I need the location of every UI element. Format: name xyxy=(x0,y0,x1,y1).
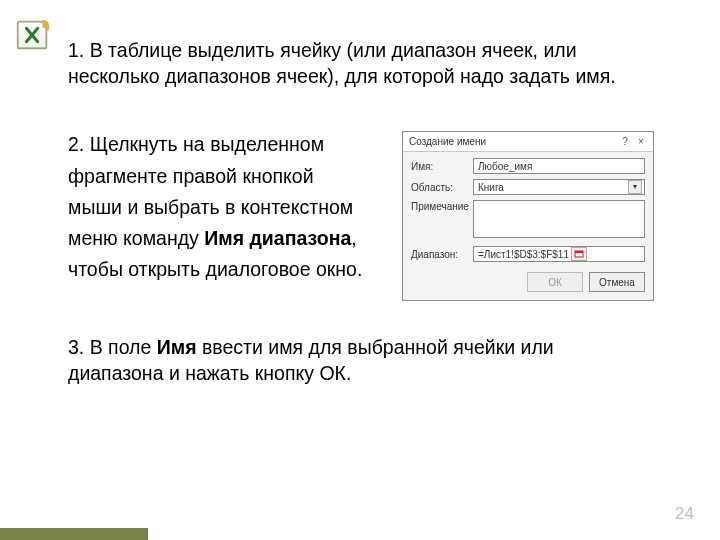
bold-field: Имя xyxy=(157,336,197,358)
step-1-text: 1. В таблице выделить ячейку (или диапаз… xyxy=(68,38,658,89)
page-number: 24 xyxy=(675,504,694,524)
comment-textarea[interactable] xyxy=(473,200,645,238)
text-column: 1. В таблице выделить ячейку (или диапаз… xyxy=(68,38,658,387)
ok-button[interactable]: ОК xyxy=(527,272,583,292)
close-icon[interactable]: × xyxy=(633,134,649,148)
dialog-footer: ОК Отмена xyxy=(403,266,653,300)
excel-icon xyxy=(14,16,52,54)
cancel-button[interactable]: Отмена xyxy=(589,272,645,292)
scope-value: Книга xyxy=(478,181,504,194)
dialog-title: Создание имени xyxy=(409,135,617,148)
range-ref-icon[interactable] xyxy=(571,247,587,261)
range-label: Диапазон: xyxy=(411,248,473,261)
help-icon[interactable]: ? xyxy=(617,134,633,148)
scope-label: Область: xyxy=(411,181,473,194)
slide: 1. В таблице выделить ячейку (или диапаз… xyxy=(0,0,720,540)
dialog-body: Имя: Любое_имя Область: Книга ▾ Примечан… xyxy=(403,152,653,266)
range-input[interactable]: =Лист1!$D$3:$F$11 xyxy=(473,246,645,262)
step-2-line-2: фрагменте правой кнопкой xyxy=(68,161,386,192)
name-label: Имя: xyxy=(411,160,473,173)
chevron-down-icon: ▾ xyxy=(628,180,642,194)
name-input[interactable]: Любое_имя xyxy=(473,158,645,174)
bold-command: Имя диапазона xyxy=(204,227,351,249)
create-name-dialog: Создание имени ? × Имя: Любое_имя Област… xyxy=(402,131,654,301)
step-3-text: 3. В поле Имя ввести имя для выбранной я… xyxy=(68,335,628,386)
step-2-line-4: меню команду Имя диапазона, xyxy=(68,223,386,254)
comment-label: Примечание xyxy=(411,200,473,238)
svg-rect-3 xyxy=(575,251,583,253)
range-value: =Лист1!$D$3:$F$11 xyxy=(478,248,569,261)
scope-select[interactable]: Книга ▾ xyxy=(473,179,645,195)
step-2-line-5: чтобы открыть диалоговое окно. xyxy=(68,254,386,285)
step-2-line-1: 2. Щелкнуть на выделенном xyxy=(68,129,386,160)
footer-accent-bar xyxy=(0,528,148,540)
step-2-text: 2. Щелкнуть на выделенном фрагменте прав… xyxy=(68,129,386,285)
dialog-titlebar: Создание имени ? × xyxy=(403,132,653,152)
step-2-line-3: мыши и выбрать в контекстном xyxy=(68,192,386,223)
step-2-area: 2. Щелкнуть на выделенном фрагменте прав… xyxy=(68,129,658,301)
